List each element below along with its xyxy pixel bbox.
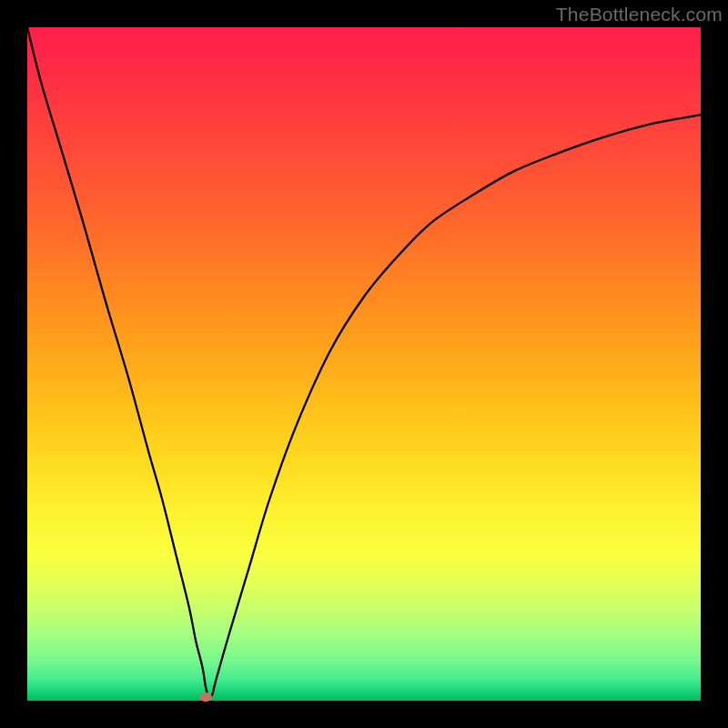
watermark-text: TheBottleneck.com bbox=[556, 4, 723, 25]
bottleneck-curve-path bbox=[27, 27, 701, 698]
bottleneck-curve-svg bbox=[27, 27, 701, 701]
plot-area bbox=[27, 27, 701, 701]
chart-frame: TheBottleneck.com bbox=[0, 0, 728, 728]
